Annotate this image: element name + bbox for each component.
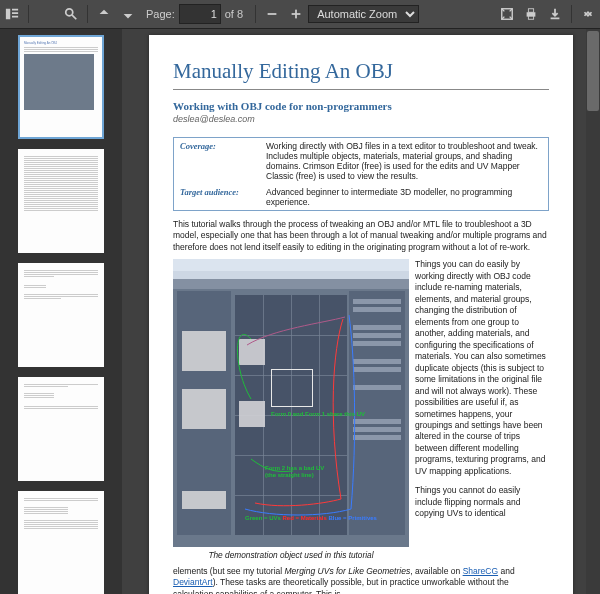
thumbnail-4[interactable] — [18, 377, 104, 481]
link-deviantart[interactable]: DeviantArt — [173, 577, 213, 587]
fig-legend: Green = UVs Red = Materials Blue = Primi… — [245, 515, 377, 522]
fig-label-bad-uv: Form 2 has a bad UV (the straight line) — [265, 465, 335, 478]
side-p2: Things you cannot do easily include flip… — [415, 485, 549, 519]
find-button[interactable] — [59, 2, 83, 26]
info-table: Coverage:Working directly with OBJ files… — [173, 137, 549, 211]
svg-rect-6 — [268, 13, 277, 15]
pdf-page-1: Manually Editing An OBJ Working with OBJ… — [149, 35, 573, 594]
bottom-paragraph: elements (but see my tutorial Merging UV… — [173, 566, 549, 594]
viewer-body: Manually Editing An OBJ Manually Editing… — [0, 29, 600, 594]
author-email: deslea@deslea.com — [173, 114, 549, 124]
presentation-button[interactable] — [495, 2, 519, 26]
coverage-val: Working directly with OBJ files in a tex… — [260, 138, 549, 185]
thumbnail-5[interactable] — [18, 491, 104, 594]
doc-title: Manually Editing An OBJ — [173, 59, 549, 90]
side-paragraphs: Things you can do easily by working dire… — [415, 259, 549, 561]
svg-rect-8 — [295, 10, 297, 19]
svg-rect-3 — [12, 16, 18, 18]
figure-caption: The demonstration object used in this tu… — [173, 550, 409, 561]
page-label: Page: — [146, 8, 175, 20]
thumbnail-3[interactable] — [18, 263, 104, 367]
figure-screenshot: Form 0 and Form 1 share this UV Form 2 h… — [173, 259, 409, 547]
next-page-button[interactable] — [116, 2, 140, 26]
page-input[interactable] — [179, 4, 221, 24]
zoom-in-button[interactable] — [284, 2, 308, 26]
vertical-scrollbar[interactable] — [586, 29, 600, 594]
scrollbar-thumb[interactable] — [587, 31, 599, 111]
figure-annotation-lines — [173, 259, 409, 547]
thumbnail-sidebar: Manually Editing An OBJ — [0, 29, 122, 594]
fig-label-share-uv: Form 0 and Form 1 share this UV — [271, 411, 365, 418]
svg-rect-11 — [528, 9, 533, 13]
page-viewer: Manually Editing An OBJ Working with OBJ… — [122, 29, 600, 594]
download-button[interactable] — [543, 2, 567, 26]
svg-rect-1 — [12, 9, 18, 11]
svg-rect-13 — [551, 18, 560, 20]
link-sharecg[interactable]: ShareCG — [463, 566, 498, 576]
pdf-toolbar: Page: of 8 Automatic Zoom — [0, 0, 600, 29]
audience-key: Target audience: — [174, 184, 261, 211]
thumbnail-2[interactable] — [18, 149, 104, 253]
thumbnail-1[interactable]: Manually Editing An OBJ — [18, 35, 104, 139]
zoom-out-button[interactable] — [260, 2, 284, 26]
coverage-key: Coverage: — [174, 138, 261, 185]
side-p1: Things you can do easily by working dire… — [415, 259, 549, 477]
zoom-select[interactable]: Automatic Zoom — [308, 5, 419, 23]
svg-point-4 — [66, 9, 73, 16]
sidebar-toggle[interactable] — [0, 2, 24, 26]
tools-button[interactable] — [576, 2, 600, 26]
svg-line-5 — [72, 15, 76, 19]
intro-paragraph: This tutorial walks through the process … — [173, 219, 549, 253]
prev-page-button[interactable] — [92, 2, 116, 26]
svg-rect-2 — [12, 12, 18, 14]
print-button[interactable] — [519, 2, 543, 26]
audience-val: Advanced beginner to intermediate 3D mod… — [260, 184, 549, 211]
page-total: of 8 — [225, 8, 243, 20]
svg-rect-0 — [6, 9, 10, 20]
doc-subtitle: Working with OBJ code for non-programmer… — [173, 100, 549, 112]
